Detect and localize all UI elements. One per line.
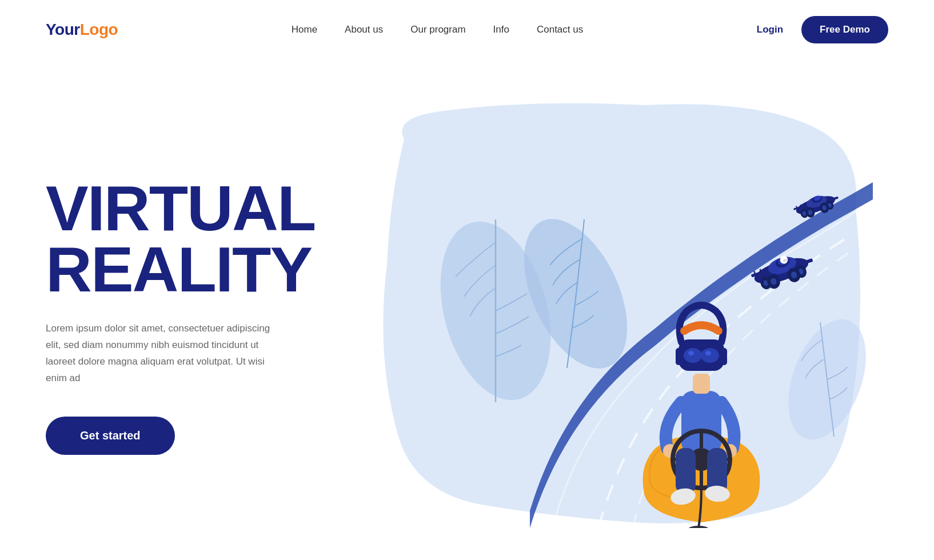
free-demo-button[interactable]: Free Demo bbox=[801, 16, 888, 43]
navbar: YourLogo Home About us Our program Info … bbox=[0, 0, 934, 59]
login-button[interactable]: Login bbox=[757, 24, 783, 35]
nav-program[interactable]: Our program bbox=[410, 24, 465, 35]
left-section: VIRTUAL REALITY Lorem ipsum dolor sit am… bbox=[46, 167, 343, 454]
nav-home[interactable]: Home bbox=[292, 24, 317, 35]
logo: YourLogo bbox=[46, 21, 118, 39]
svg-point-61 bbox=[705, 351, 711, 355]
hero-title-line2: REALITY bbox=[46, 239, 343, 300]
hero-title-line1: VIRTUAL bbox=[46, 178, 343, 239]
hero-description: Lorem ipsum dolor sit amet, consectetuer… bbox=[46, 321, 286, 387]
svg-rect-54 bbox=[693, 374, 710, 394]
logo-logo-text: Logo bbox=[80, 21, 118, 38]
nav-actions: Login Free Demo bbox=[757, 16, 888, 43]
svg-rect-57 bbox=[721, 348, 727, 365]
svg-point-58 bbox=[684, 348, 702, 363]
hero-title: VIRTUAL REALITY bbox=[46, 178, 343, 300]
get-started-button[interactable]: Get started bbox=[46, 417, 175, 455]
svg-rect-50 bbox=[676, 448, 696, 494]
nav-contact[interactable]: Contact us bbox=[537, 24, 583, 35]
svg-rect-56 bbox=[676, 348, 681, 365]
svg-point-59 bbox=[701, 348, 719, 363]
right-section bbox=[343, 71, 888, 551]
vr-illustration bbox=[358, 94, 873, 528]
illustration-container bbox=[358, 94, 873, 528]
nav-links: Home About us Our program Info Contact u… bbox=[292, 24, 583, 35]
svg-point-49 bbox=[688, 526, 709, 528]
logo-your-text: Your bbox=[46, 21, 80, 38]
main-content: VIRTUAL REALITY Lorem ipsum dolor sit am… bbox=[0, 59, 934, 551]
nav-info[interactable]: Info bbox=[493, 24, 509, 35]
nav-about[interactable]: About us bbox=[345, 24, 383, 35]
svg-point-60 bbox=[688, 351, 694, 355]
